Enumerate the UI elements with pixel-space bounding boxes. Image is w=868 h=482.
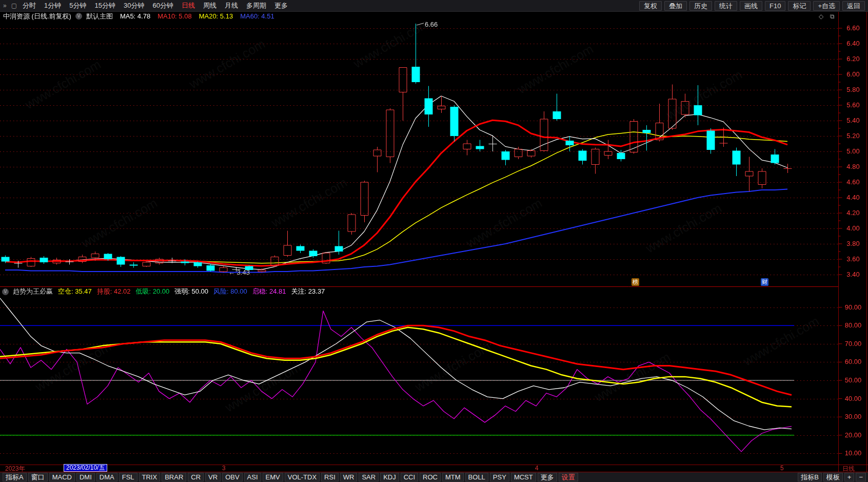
price-axis-label: 6.00 [840,70,866,78]
indicator-button-MACD[interactable]: MACD [49,473,75,481]
indicator-buttons: 指标A窗口MACDDMIDMAFSLTRIXBRARCRVROBVASIEMVV… [1,473,578,481]
ma-value: MA20: 5.13 [199,12,233,20]
date-axis[interactable]: 2023年 2023/02/10/五 345 日线 [0,465,868,472]
indicator-button-设置[interactable]: 设置 [559,473,578,481]
badge-财[interactable]: 财 [761,278,768,286]
month-tick: 5 [780,465,784,472]
indicator-name[interactable]: 趋势为王必赢 [13,287,53,296]
indicator-button-VOL-TDX[interactable]: VOL-TDX [285,473,320,481]
indicator-button-BRAR[interactable]: BRAR [162,473,186,481]
month-tick: 4 [535,465,539,472]
indicator-button-VR[interactable]: VR [205,473,221,481]
indicator-button-ASI[interactable]: ASI [244,473,261,481]
period-tab-15分钟[interactable]: 15分钟 [95,0,115,11]
period-tab-60分钟[interactable]: 60分钟 [152,0,173,11]
indicator-header: \/ 趋势为王必赢 空仓: 35.47持股: 42.02低吸: 20.00强弱:… [2,287,330,296]
indicator-button-窗口[interactable]: 窗口 [28,473,48,481]
indicator-button-CCI[interactable]: CCI [401,473,418,481]
indicator-button-TRIX[interactable]: TRIX [139,473,161,481]
price-axis-label: 5.80 [840,86,866,93]
price-axis-label: 4.80 [840,163,866,170]
indicator-button-DMA[interactable]: DMA [96,473,117,481]
period-tab-月线[interactable]: 月线 [225,0,238,11]
ma-value: MA5: 4.78 [120,12,150,20]
top-right-buttons: 复权叠加历史统计画线F10标记+自选返回 [637,1,868,11]
selected-date-box[interactable]: 2023/02/10/五 [64,464,107,472]
indicator-axis-label: 30.00 [840,413,866,420]
toolbar-button-F10[interactable]: F10 [765,1,785,11]
bottom-button-模板[interactable]: 模板 [823,473,843,481]
period-tab-更多[interactable]: 更多 [274,0,288,11]
indicator-button-MCST[interactable]: MCST [511,473,536,481]
period-tab-30分钟[interactable]: 30分钟 [124,0,144,11]
indicator-button-PSY[interactable]: PSY [490,473,509,481]
bottom-button-+[interactable]: + [844,473,855,481]
indicator-button-FSL[interactable]: FSL [119,473,137,481]
bottom-button-指标B[interactable]: 指标B [798,473,822,481]
price-axis-label: 5.40 [840,117,866,124]
badge-榜[interactable]: 榜 [632,278,639,286]
indicator-axis-label: 70.00 [840,340,866,348]
price-axis-label: 5.20 [840,132,866,140]
indicator-axis-label: 60.00 [840,358,866,365]
indicator-button-BOLL[interactable]: BOLL [465,473,488,481]
high-price-annotation: 6.66 [425,21,438,28]
ma-value: MA60: 4.51 [240,12,274,20]
toolbar-button-标记[interactable]: 标记 [788,1,811,11]
indicator-button-指标A[interactable]: 指标A [3,473,27,481]
symbol-title[interactable]: 中润资源 (日线.前复权) [3,12,71,21]
chevron-down-icon[interactable]: \/ [75,13,82,20]
mark-diamond-icon[interactable]: ◇ [819,13,823,20]
price-axis-label: 6.20 [840,55,866,63]
overlay-selector[interactable]: 默认主图 [86,12,113,21]
indicator-button-DMI[interactable]: DMI [76,473,95,481]
indicator-button-WR[interactable]: WR [340,473,358,481]
month-tick: 3 [222,465,226,472]
period-tab-多周期[interactable]: 多周期 [246,0,266,11]
toolbar-button-统计[interactable]: 统计 [715,1,737,11]
period-tabs: 分时1分钟5分钟15分钟30分钟60分钟日线周线月线多周期更多 [18,0,292,11]
bottom-right-buttons: 指标B模板+− [796,473,868,481]
price-axis-label: 4.00 [840,224,866,232]
indicator-button-KDJ[interactable]: KDJ [380,473,399,481]
indicator-axis-label: 50.00 [840,376,866,384]
indicator-field: 关注: 23.37 [291,287,325,296]
price-axis-label: 3.60 [840,255,866,263]
ma-values: MA5: 4.78MA10: 5.08MA20: 5.13MA60: 4.51 [120,12,282,20]
indicator-button-OBV[interactable]: OBV [222,473,242,481]
period-tab-5分钟[interactable]: 5分钟 [69,0,86,11]
toolbar-button-叠加[interactable]: 叠加 [664,1,687,11]
indicator-button-EMV[interactable]: EMV [263,473,283,481]
indicator-button-ROC[interactable]: ROC [420,473,441,481]
indicator-axis-label: 10.00 [840,449,866,457]
toolbar-button-+自选[interactable]: +自选 [813,1,840,11]
indicator-field: 低吸: 20.00 [136,287,170,296]
chevron-down-icon[interactable]: \/ [2,288,9,295]
period-tab-1分钟[interactable]: 1分钟 [44,0,61,11]
window-icon[interactable]: ▢ [11,2,17,9]
ma-value: MA10: 5.08 [157,12,192,20]
toolbar-button-复权[interactable]: 复权 [639,1,662,11]
toolbar-button-画线[interactable]: 画线 [740,1,762,11]
indicator-button-更多[interactable]: 更多 [538,473,557,481]
period-tab-日线[interactable]: 日线 [182,0,195,11]
candlestick-chart-canvas[interactable] [0,0,868,482]
low-price-annotation: ← 3.43 [228,268,250,276]
price-axis-label: 4.20 [840,209,866,217]
toolbar-button-返回[interactable]: 返回 [842,1,865,11]
indicator-button-RSI[interactable]: RSI [321,473,339,481]
period-tab-周线[interactable]: 周线 [203,0,216,11]
indicator-axis-label: 40.00 [840,395,866,402]
toolbar-button-历史[interactable]: 历史 [689,1,712,11]
collapse-icon[interactable]: » [3,2,7,9]
indicator-button-MTM[interactable]: MTM [442,473,464,481]
indicator-field: 持股: 42.02 [97,287,131,296]
indicator-field: 空仓: 35.47 [58,287,92,296]
indicator-button-CR[interactable]: CR [188,473,204,481]
maximize-pane-icon[interactable]: ⧉ [830,13,835,20]
period-tab-分时[interactable]: 分时 [23,0,36,11]
bottom-button-−[interactable]: − [856,473,866,481]
price-axis-label: 3.40 [840,271,866,278]
price-axis-label: 6.40 [840,40,866,47]
indicator-button-SAR[interactable]: SAR [359,473,379,481]
